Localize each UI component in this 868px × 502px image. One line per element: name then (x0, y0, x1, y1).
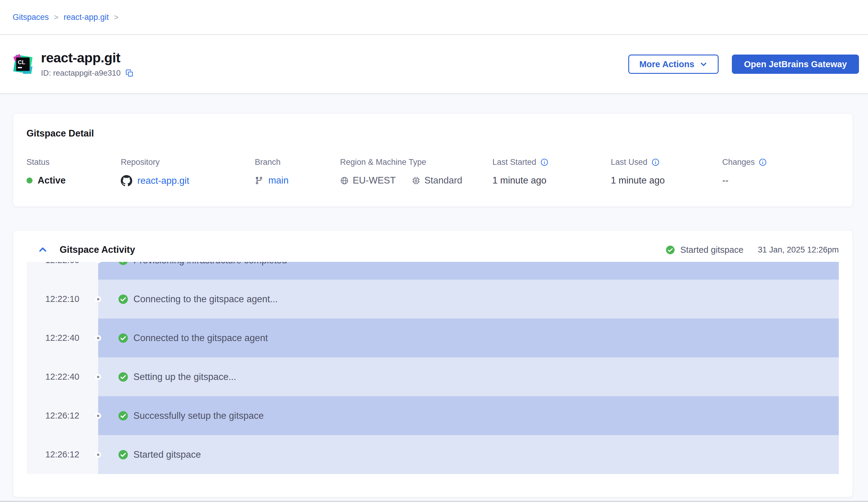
log-time: 12:26:12 (27, 435, 98, 474)
log-message: Started gitspace (133, 449, 201, 460)
status-value: Active (38, 175, 66, 186)
log-row: 12:22:40 Setting up the gitspace... (27, 357, 839, 396)
machine-pair: Standard (412, 175, 462, 186)
log-row: 12:26:12 Started gitspace (27, 435, 839, 474)
log-message: Successfully setup the gitspace (133, 410, 264, 421)
last-started-label: Last Started (493, 157, 536, 167)
breadcrumb-link-gitspace[interactable]: react-app.git (63, 13, 109, 22)
log-time: 12:22:10 (27, 280, 98, 318)
detail-col-changes: Changes -- (722, 157, 839, 186)
changes-value: -- (722, 175, 839, 186)
check-circle-icon (118, 411, 128, 421)
more-actions-button[interactable]: More Actions (628, 54, 719, 74)
last-started-value: 1 minute ago (493, 175, 611, 186)
check-circle-icon (118, 333, 128, 343)
info-icon[interactable] (651, 158, 660, 166)
activity-timestamp: 31 Jan, 2025 12:26pm (758, 245, 839, 255)
changes-label: Changes (722, 157, 755, 167)
log-time: 12:26:12 (27, 396, 98, 435)
timeline-dot (95, 374, 101, 380)
branch-label: Branch (255, 157, 340, 167)
card-bottom-padding (13, 474, 852, 497)
github-icon (121, 175, 132, 186)
chevron-down-icon (700, 60, 707, 68)
log-time: 12:22:40 (27, 357, 98, 396)
timeline-dot (95, 413, 101, 419)
gitspace-detail-card: Gitspace Detail Status Active Repository (13, 113, 853, 207)
activity-title: Gitspace Activity (60, 244, 135, 255)
main-content: Gitspace Detail Status Active Repository (0, 94, 868, 501)
log-message: Connected to the gitspace agent (133, 333, 268, 344)
log-time: 12:22:00 (27, 262, 98, 280)
more-actions-label: More Actions (639, 59, 694, 69)
last-used-value: 1 minute ago (611, 175, 722, 186)
page-header: CL react-app.git ID: reactappgit-a9e310 … (0, 35, 868, 94)
log-band: Setting up the gitspace... (98, 357, 839, 396)
log-message: Connecting to the gitspace agent... (133, 294, 278, 305)
chevron-up-icon[interactable] (38, 245, 48, 255)
log-band: Provisioning infrastructure completed (98, 262, 839, 280)
activity-status-label: Started gitspace (680, 245, 744, 255)
clion-ide-icon: CL (13, 54, 33, 74)
open-jetbrains-gateway-button[interactable]: Open JetBrains Gateway (732, 54, 859, 74)
log-row: 12:22:10 Connecting to the gitspace agen… (27, 280, 839, 318)
activity-status-badge: Started gitspace (665, 245, 744, 255)
log-band: Connecting to the gitspace agent... (98, 280, 839, 318)
log-row: 12:26:12 Successfully setup the gitspace (27, 396, 839, 435)
log-time: 12:22:40 (27, 318, 98, 357)
gitspace-detail-grid: Status Active Repository react-app.git (27, 157, 839, 186)
copy-icon[interactable] (125, 69, 134, 78)
activity-log: 12:22:00 Provisioning infrastructure com… (27, 262, 839, 474)
activity-log-scroll-area[interactable]: 12:22:00 Provisioning infrastructure com… (27, 262, 839, 474)
info-icon[interactable] (759, 158, 767, 166)
title-block: react-app.git ID: reactappgit-a9e310 (41, 51, 134, 78)
timeline-dot (95, 296, 101, 302)
detail-col-branch: Branch main (255, 157, 340, 186)
check-circle-icon (118, 372, 128, 382)
detail-col-region-machine: Region & Machine Type EU-WEST (340, 157, 493, 186)
region-value: EU-WEST (353, 175, 396, 186)
gitspace-id-row: ID: reactappgit-a9e310 (41, 69, 134, 78)
status-active-dot (27, 177, 32, 184)
repository-link[interactable]: react-app.git (137, 175, 189, 186)
last-used-label: Last Used (611, 157, 648, 167)
log-row: 12:22:40 Connected to the gitspace agent (27, 318, 839, 357)
check-circle-icon (118, 262, 128, 265)
status-label: Status (27, 157, 121, 167)
detail-col-repository: Repository react-app.git (121, 157, 255, 186)
globe-icon (340, 176, 349, 185)
gitspace-id: ID: reactappgit-a9e310 (41, 69, 121, 78)
check-circle-icon (118, 450, 128, 460)
detail-col-status: Status Active (27, 157, 121, 186)
repository-label: Repository (121, 157, 255, 167)
detail-col-last-started: Last Started 1 minute ago (493, 157, 611, 186)
page-title: react-app.git (41, 51, 134, 65)
info-icon[interactable] (540, 158, 548, 166)
log-message: Setting up the gitspace... (133, 371, 236, 382)
bottom-divider (0, 501, 868, 502)
gitspace-activity-card: Gitspace Activity Started gitspace 31 Ja… (13, 230, 853, 497)
branch-link[interactable]: main (268, 175, 289, 186)
log-band: Started gitspace (98, 435, 839, 474)
log-band: Successfully setup the gitspace (98, 396, 839, 435)
log-message: Provisioning infrastructure completed (133, 262, 287, 266)
check-circle-icon (118, 294, 128, 304)
check-circle-icon (665, 245, 675, 255)
timeline-dot (95, 335, 101, 341)
region-machine-label: Region & Machine Type (340, 157, 493, 167)
gitspace-detail-title: Gitspace Detail (27, 128, 839, 139)
breadcrumb-link-gitspaces[interactable]: Gitspaces (13, 13, 49, 22)
timeline-dot (95, 452, 101, 458)
breadcrumb-separator: > (114, 13, 118, 22)
svg-text:CL: CL (18, 59, 25, 65)
breadcrumb-separator: > (54, 13, 59, 22)
log-band: Connected to the gitspace agent (98, 318, 839, 357)
log-row: 12:22:00 Provisioning infrastructure com… (27, 262, 839, 280)
git-branch-icon (255, 176, 263, 185)
breadcrumb: Gitspaces > react-app.git > (0, 0, 868, 35)
detail-col-last-used: Last Used 1 minute ago (611, 157, 722, 186)
activity-header: Gitspace Activity Started gitspace 31 Ja… (13, 244, 852, 255)
machine-value: Standard (424, 175, 462, 186)
region-pair: EU-WEST (340, 175, 396, 186)
cpu-icon (412, 176, 421, 185)
